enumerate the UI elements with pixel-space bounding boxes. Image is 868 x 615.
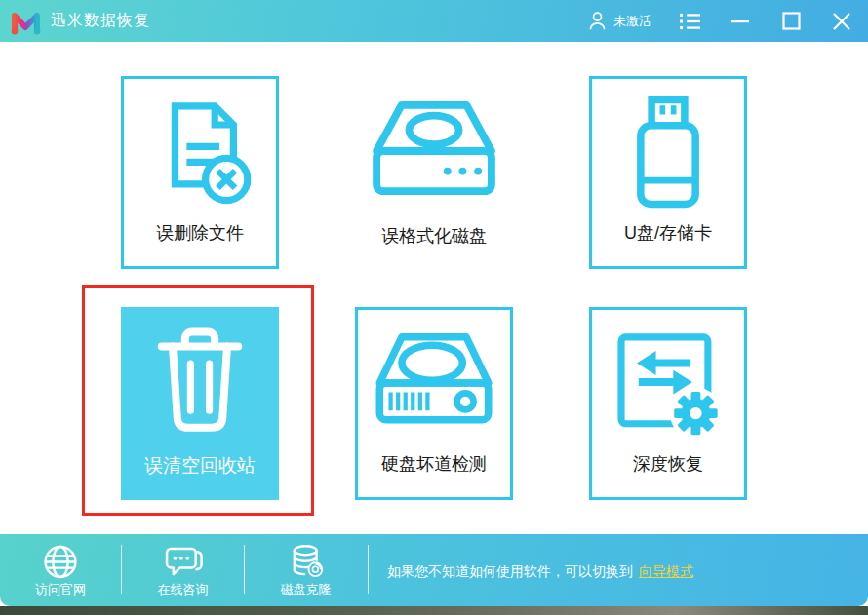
tile-label: 硬盘坏道检测 xyxy=(358,452,510,476)
maximize-button[interactable] xyxy=(778,9,804,34)
main-area: 误删除文件 误格式化磁盘 xyxy=(0,42,868,534)
activation-label: 未激活 xyxy=(613,13,651,30)
footer-divider xyxy=(368,545,369,594)
tile-deleted-files[interactable]: 误删除文件 xyxy=(121,76,279,269)
footer-bar: 访问官网 在线咨询 xyxy=(0,534,868,606)
tile-deep-recovery[interactable]: 深度恢复 xyxy=(589,307,747,500)
app-logo-icon xyxy=(10,7,43,36)
app-title: 迅米数据恢复 xyxy=(51,11,150,31)
close-button[interactable] xyxy=(829,9,854,34)
tile-usb-drive[interactable]: U盘/存储卡 xyxy=(589,76,747,269)
tile-label: 误删除文件 xyxy=(124,221,276,245)
formatted-disk-icon xyxy=(365,97,503,201)
deleted-file-icon xyxy=(149,96,251,208)
footer-item-consult[interactable]: 在线咨询 xyxy=(122,540,244,600)
disk-clone-icon xyxy=(286,543,327,581)
help-text: 如果您不知道如何使用软件，可以切换到 xyxy=(387,563,633,579)
footer-item-clone[interactable]: 磁盘克隆 xyxy=(245,540,367,600)
usb-drive-icon xyxy=(625,93,711,211)
tile-recycle-bin[interactable]: 误清空回收站 xyxy=(121,307,279,500)
menu-list-icon[interactable] xyxy=(677,9,702,34)
activation-status[interactable]: 未激活 xyxy=(588,11,651,31)
chat-icon xyxy=(161,543,206,581)
tile-label: 误格式化磁盘 xyxy=(355,224,513,248)
footer-label: 在线咨询 xyxy=(158,581,209,598)
tile-label: U盘/存储卡 xyxy=(592,221,744,245)
title-bar: 迅米数据恢复 未激活 xyxy=(0,0,868,42)
user-icon xyxy=(588,11,607,31)
tile-hdd-check[interactable]: 硬盘坏道检测 xyxy=(355,307,513,500)
desktop-background-strip xyxy=(0,606,868,615)
hdd-check-icon xyxy=(368,329,500,437)
recycle-bin-icon xyxy=(149,323,251,438)
footer-item-website[interactable]: 访问官网 xyxy=(0,540,121,600)
tile-label: 误清空回收站 xyxy=(121,453,279,479)
app-window: 迅米数据恢复 未激活 xyxy=(0,0,868,615)
minimize-button[interactable] xyxy=(728,9,753,34)
tile-formatted-disk[interactable]: 误格式化磁盘 xyxy=(355,76,513,269)
footer-label: 访问官网 xyxy=(35,581,86,598)
wizard-mode-link[interactable]: 向导模式 xyxy=(639,563,693,579)
deep-recovery-icon xyxy=(611,328,726,438)
globe-icon xyxy=(40,543,81,581)
titlebar-controls: 未激活 xyxy=(588,9,854,34)
footer-help-text: 如果您不知道如何使用软件，可以切换到向导模式 xyxy=(387,563,693,581)
tile-label: 深度恢复 xyxy=(592,452,744,476)
footer-label: 磁盘克隆 xyxy=(281,581,332,598)
